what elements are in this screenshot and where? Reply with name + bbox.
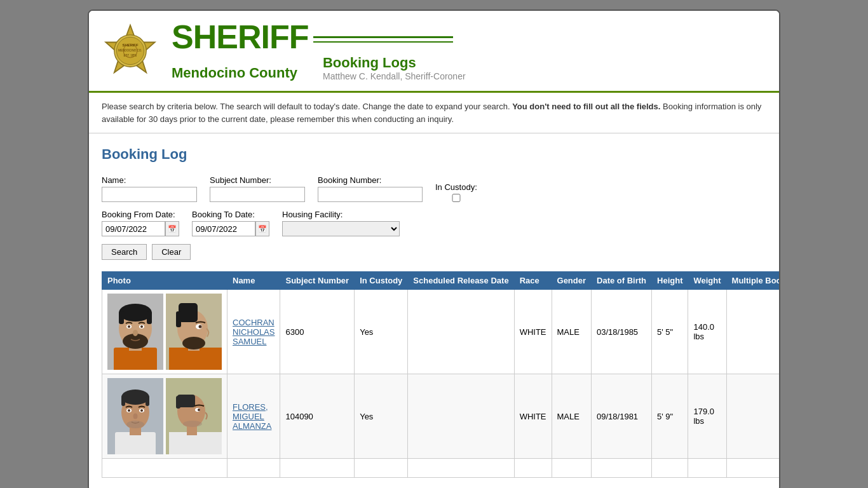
bookings-cell-3 — [726, 459, 780, 478]
col-scheduled-release: Scheduled Release Date — [408, 272, 514, 290]
svg-point-26 — [182, 337, 205, 349]
housing-facility-label: Housing Facility: — [282, 210, 400, 219]
search-button[interactable]: Search — [102, 244, 147, 260]
clear-button[interactable]: Clear — [152, 244, 191, 260]
logo-area: SHERIFF MENDOCINO CO. EST. 1850 — [102, 22, 172, 79]
name-input[interactable] — [102, 187, 197, 202]
subject-group: Subject Number: — [210, 175, 305, 202]
info-text-1: Please search by criteria below. The sea… — [102, 102, 510, 111]
dob-cell-1: 03/18/1985 — [592, 290, 652, 374]
svg-rect-12 — [119, 311, 124, 324]
svg-rect-21 — [169, 348, 222, 370]
subject-input[interactable] — [210, 187, 305, 202]
svg-point-40 — [133, 414, 138, 419]
svg-rect-30 — [115, 432, 156, 454]
svg-rect-24 — [179, 303, 198, 322]
button-row: Search Clear — [102, 244, 766, 260]
page-title: Booking Log — [102, 146, 766, 163]
booking-number-group: Booking Number: — [318, 175, 423, 202]
subject-cell-1: 6300 — [280, 290, 355, 374]
bookings-cell-2 — [726, 374, 780, 459]
col-race: Race — [514, 272, 552, 290]
table-row: COCHRAN NICHOLAS SAMUEL 6300 Yes WHITE M… — [102, 290, 781, 374]
svg-rect-13 — [147, 311, 152, 324]
col-photo: Photo — [102, 272, 227, 290]
name-link-1[interactable]: COCHRAN NICHOLAS SAMUEL — [233, 318, 275, 346]
photo-cell-1 — [102, 290, 227, 374]
name-link-2[interactable]: FLORES, MIGUEL ALMANZA — [233, 402, 271, 431]
form-row-2: Booking From Date: 📅 Booking To Date: 📅 … — [102, 210, 766, 236]
booking-number-label: Booking Number: — [318, 175, 423, 185]
header: SHERIFF MENDOCINO CO. EST. 1850 SHERIFF … — [89, 11, 779, 93]
table-row: FLORES, MIGUEL ALMANZA 104090 Yes WHITE … — [102, 374, 781, 459]
mugshot-side-1 — [166, 294, 222, 370]
mugshot-front-1 — [107, 294, 163, 370]
weight-cell-3 — [688, 459, 726, 478]
booking-logs-section: Booking Logs Matthew C. Kendall, Sheriff… — [323, 55, 466, 81]
line-thin — [313, 41, 453, 43]
line-thick — [313, 36, 453, 38]
svg-rect-25 — [176, 311, 181, 327]
weight-cell-1: 140.0 lbs — [688, 290, 726, 374]
svg-point-50 — [183, 421, 202, 427]
svg-point-28 — [199, 325, 202, 329]
bookings-cell-1 — [726, 290, 780, 374]
content-area: Booking Log Name: Subject Number: Bookin… — [89, 133, 779, 488]
svg-point-39 — [140, 409, 143, 412]
booking-to-label: Booking To Date: — [192, 210, 269, 219]
search-form: Name: Subject Number: Booking Number: In… — [102, 175, 766, 260]
dob-cell-2: 09/18/1981 — [592, 374, 652, 459]
svg-rect-34 — [121, 396, 125, 406]
booking-number-input[interactable] — [318, 187, 423, 202]
form-row-1: Name: Subject Number: Booking Number: In… — [102, 175, 766, 202]
housing-facility-select[interactable]: All Main Jail Work Release — [282, 221, 400, 236]
booking-from-calendar-button[interactable]: 📅 — [165, 221, 179, 236]
sheriff-coroner-name: Matthew C. Kendall, Sheriff-Coroner — [323, 71, 466, 81]
col-gender: Gender — [552, 272, 592, 290]
height-cell-1: 5' 5" — [652, 290, 688, 374]
table-header: Photo Name Subject Number In Custody Sch… — [102, 272, 781, 290]
in-custody-group: In Custody: — [435, 182, 477, 202]
height-cell-3 — [652, 459, 688, 478]
mugshot-side-2 — [166, 378, 222, 454]
booking-to-calendar-button[interactable]: 📅 — [255, 221, 269, 236]
name-cell-2: FLORES, MIGUEL ALMANZA — [227, 374, 280, 459]
svg-point-41 — [126, 421, 144, 428]
release-cell-3 — [408, 459, 514, 478]
svg-rect-35 — [146, 396, 149, 406]
sheriff-info-block: SHERIFF Mendocino County Booking Logs Ma… — [172, 20, 466, 81]
name-cell-3 — [227, 459, 280, 478]
svg-rect-8 — [114, 348, 157, 370]
booking-to-input[interactable] — [192, 221, 255, 236]
booking-from-date-wrapper: 📅 — [102, 221, 179, 236]
subject-cell-3 — [280, 459, 355, 478]
race-cell-2: WHITE — [514, 374, 552, 459]
title-lines-row: SHERIFF — [172, 20, 466, 53]
table-body: COCHRAN NICHOLAS SAMUEL 6300 Yes WHITE M… — [102, 290, 781, 478]
photo-cell-2 — [102, 374, 227, 459]
subject-cell-2: 104090 — [280, 374, 355, 459]
mugshot-front-2 — [107, 378, 163, 454]
mugshot-pair-1 — [107, 294, 222, 370]
in-custody-checkbox[interactable] — [435, 194, 477, 202]
info-text-bold: You don't need to fill out all the field… — [512, 102, 660, 111]
svg-point-17 — [128, 325, 130, 328]
info-bar: Please search by criteria below. The sea… — [89, 93, 779, 133]
svg-point-18 — [140, 325, 143, 328]
sheriff-badge-icon: SHERIFF MENDOCINO CO. EST. 1850 — [102, 22, 159, 79]
in-custody-cell-1: Yes — [355, 290, 408, 374]
gender-cell-3 — [552, 459, 592, 478]
main-container: SHERIFF MENDOCINO CO. EST. 1850 SHERIFF … — [88, 10, 780, 488]
subject-label: Subject Number: — [210, 175, 305, 185]
col-subject-number: Subject Number — [280, 272, 355, 290]
booking-logs-title: Booking Logs — [323, 55, 466, 71]
booking-from-label: Booking From Date: — [102, 210, 179, 219]
decorative-lines — [313, 31, 453, 43]
county-booking-row: Mendocino County Booking Logs Matthew C.… — [172, 55, 466, 81]
dob-cell-3 — [592, 459, 652, 478]
col-multiple-bookings: Multiple Bookings — [726, 272, 780, 290]
gender-cell-2: MALE — [552, 374, 592, 459]
svg-rect-43 — [169, 432, 222, 454]
booking-from-input[interactable] — [102, 221, 165, 236]
results-table: Photo Name Subject Number In Custody Sch… — [102, 271, 780, 478]
